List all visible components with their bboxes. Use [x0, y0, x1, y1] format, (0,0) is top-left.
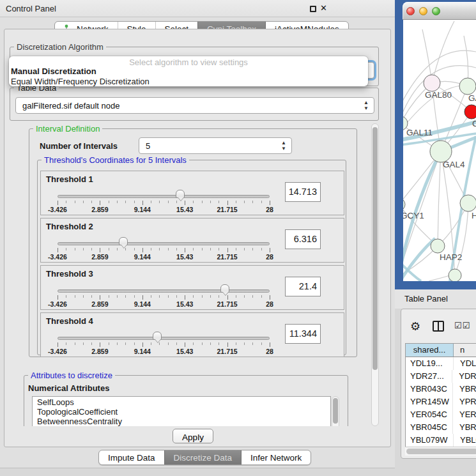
- slider-thumb[interactable]: [119, 237, 128, 245]
- column-checkboxes-icon[interactable]: ☑☑: [454, 321, 470, 330]
- cell-name[interactable]: YPR1: [453, 395, 476, 408]
- tick-mark: [142, 295, 143, 300]
- node-gcy1[interactable]: [403, 198, 405, 211]
- numerical-attributes-list[interactable]: SelfLoopsTopologicalCoefficientBetweenne…: [32, 396, 331, 426]
- combobox-spinner-icon[interactable]: ▲▼: [364, 100, 369, 111]
- tick-mark: [100, 295, 100, 300]
- table-horizontal-scrollbar[interactable]: [405, 447, 476, 456]
- scrollbar-thumb[interactable]: [333, 398, 338, 424]
- cell-shared-name[interactable]: YDR27...: [406, 370, 452, 383]
- panel-title: Control Panel: [6, 4, 56, 13]
- minimize-traffic-light-icon[interactable]: [419, 7, 427, 15]
- cell-shared-name[interactable]: YPR145W: [406, 395, 453, 408]
- slider-track[interactable]: [58, 289, 270, 293]
- threshold-value-field[interactable]: 21.4: [285, 277, 321, 296]
- column-header-name[interactable]: n: [454, 344, 476, 357]
- node-hap2[interactable]: [431, 239, 445, 253]
- tick-mark: [236, 248, 236, 250]
- node-h[interactable]: [460, 195, 476, 211]
- tick-mark: [109, 295, 109, 298]
- cell-name[interactable]: YBR0: [453, 383, 476, 395]
- float-window-icon[interactable]: [310, 6, 316, 12]
- node-label: GCY1: [403, 211, 424, 220]
- cell-name[interactable]: YDL1: [454, 357, 476, 370]
- slider-thumb[interactable]: [176, 190, 185, 198]
- attribute-list-item[interactable]: BetweennessCentrality: [33, 416, 330, 426]
- tick-mark: [75, 248, 75, 250]
- dropdown-option-manual-discretization[interactable]: Manual Discretization: [11, 66, 96, 76]
- cell-shared-name[interactable]: YBR043C: [406, 383, 453, 395]
- tick-label: -3.426: [48, 348, 67, 355]
- tab-impute-data[interactable]: Impute Data: [99, 450, 164, 464]
- table-row[interactable]: YER054CYER0: [406, 408, 476, 421]
- tab-discretize-data[interactable]: Discretize Data: [164, 450, 242, 464]
- table-row[interactable]: YBR043CYBR0: [406, 383, 476, 395]
- threshold-value-field[interactable]: 11.344: [285, 324, 321, 344]
- attributes-list-scrollbar[interactable]: [332, 396, 339, 426]
- cell-name[interactable]: YER0: [453, 408, 476, 421]
- apply-button[interactable]: Apply: [173, 429, 213, 443]
- threshold-value-field[interactable]: 6.316: [285, 229, 321, 249]
- node-attribute-table: shared... n YDL19...YDL1YDR27...YDR2YBR0…: [405, 343, 476, 456]
- table-row[interactable]: YPR145WYPR1: [406, 395, 476, 408]
- node-ga[interactable]: [459, 78, 476, 95]
- table-data-group: Table Data galFiltered.sif default node …: [10, 88, 379, 121]
- cell-name[interactable]: YDR2: [452, 370, 476, 383]
- cell-shared-name[interactable]: YER054C: [406, 408, 453, 421]
- tick-mark: [142, 342, 143, 347]
- scrollbar-thumb[interactable]: [406, 449, 476, 454]
- numerical-attributes-label: Numerical Attributes: [28, 383, 109, 393]
- node-red-selected[interactable]: [464, 105, 476, 119]
- attribute-list-item[interactable]: SelfLoops: [33, 397, 330, 406]
- slider-track[interactable]: [58, 242, 270, 245]
- dropdown-option-equal-width-frequency[interactable]: Equal Width/Frequency Discretization: [11, 77, 150, 86]
- cell-shared-name[interactable]: YDL19...: [406, 357, 454, 370]
- tick-mark: [227, 295, 228, 300]
- split-view-icon[interactable]: [433, 321, 444, 332]
- close-traffic-light-icon[interactable]: [406, 7, 415, 15]
- tab-infer-network[interactable]: Infer Network: [241, 450, 311, 464]
- table-row[interactable]: YBL079WYBL0: [406, 434, 476, 447]
- table-row[interactable]: YDL19...YDL1: [406, 357, 476, 370]
- slider-thumb[interactable]: [220, 284, 229, 293]
- combobox-spinner-icon[interactable]: ▲▼: [281, 140, 286, 151]
- number-of-intervals-combobox[interactable]: 5 ▲▼: [139, 137, 292, 154]
- network-window-titlebar[interactable]: [403, 2, 476, 20]
- threshold-panel: Threshold 3 21.4 -3.4262.8599.14415.4321…: [40, 265, 344, 310]
- zoom-traffic-light-icon[interactable]: [432, 7, 440, 15]
- node-label: C: [472, 119, 476, 128]
- tick-mark: [66, 248, 66, 250]
- scrollbar-thumb[interactable]: [372, 127, 378, 370]
- cell-name[interactable]: YBL0: [454, 434, 476, 447]
- node-partial[interactable]: [449, 269, 461, 281]
- tick-mark: [261, 342, 262, 345]
- tick-mark: [202, 342, 203, 345]
- tick-mark: [244, 201, 245, 203]
- table-row[interactable]: YDR27...YDR2: [406, 370, 476, 383]
- cell-name[interactable]: YBR0: [453, 421, 476, 434]
- cell-shared-name[interactable]: YBR045C: [406, 421, 453, 434]
- tick-mark: [151, 295, 151, 298]
- gear-icon[interactable]: ⚙: [410, 319, 420, 334]
- slider-thumb[interactable]: [153, 332, 162, 340]
- settings-scrollbar[interactable]: [371, 123, 379, 426]
- close-icon[interactable]: ✕: [320, 3, 327, 13]
- control-panel: Control Panel ✕ Network Style Select Cyn…: [0, 0, 395, 468]
- threshold-value-field[interactable]: 14.713: [285, 182, 321, 202]
- table-row[interactable]: YBR045CYBR0: [406, 421, 476, 434]
- node-gal80[interactable]: [424, 75, 440, 91]
- column-header-shared-name[interactable]: shared...: [406, 344, 454, 357]
- network-canvas[interactable]: GAL80 GA C GAL11 GAL4 GCY1 H HAP2: [403, 20, 476, 281]
- tick-mark: [159, 201, 160, 203]
- tick-mark: [185, 201, 185, 205]
- node-gal4[interactable]: [430, 141, 452, 162]
- slider-track[interactable]: [58, 195, 270, 198]
- tick-label: 15.43: [176, 206, 193, 213]
- attribute-list-item[interactable]: TopologicalCoefficient: [33, 406, 330, 416]
- slider-track[interactable]: [58, 337, 270, 340]
- tick-mark: [75, 295, 75, 298]
- table-data-combobox[interactable]: galFiltered.sif default node ▲▼: [15, 97, 374, 114]
- tick-mark: [159, 342, 160, 345]
- tick-mark: [109, 201, 109, 203]
- cell-shared-name[interactable]: YBL079W: [406, 434, 454, 447]
